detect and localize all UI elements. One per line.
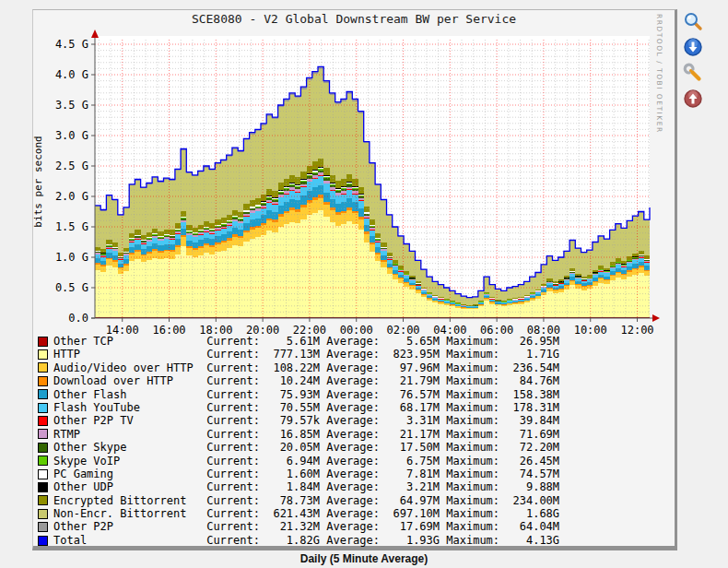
svg-text:10:00: 10:00 [574,324,607,335]
legend-text: PC Gaming Current: 1.60M Average: 7.81M … [53,467,559,480]
legend-row: PC Gaming Current: 1.60M Average: 7.81M … [38,467,559,480]
legend-text: Audio/Video over HTTP Current: 108.22M A… [53,361,559,374]
graph-page: SCE8080 - V2 Global Downstream BW per Se… [0,0,728,568]
svg-text:2.5 G: 2.5 G [55,160,88,172]
legend-swatch [38,376,48,386]
svg-text:22:00: 22:00 [293,324,326,335]
legend-text: Other UDP Current: 1.84M Average: 3.21M … [53,480,559,493]
legend-row: Download over HTTP Current: 10.24M Avera… [38,374,559,387]
svg-text:20:00: 20:00 [246,324,279,335]
svg-text:14:00: 14:00 [106,324,139,335]
legend-row: Non-Encr. Bittorrent Current: 621.43M Av… [38,507,559,520]
legend-text: Non-Encr. Bittorrent Current: 621.43M Av… [53,507,559,520]
svg-text:04:00: 04:00 [433,324,466,335]
svg-text:16:00: 16:00 [152,324,185,335]
legend-row: Other UDP Current: 1.84M Average: 3.21M … [38,480,559,493]
legend-row: Flash YouTube Current: 70.55M Average: 6… [38,401,559,414]
legend-text: Other TCP Current: 5.61M Average: 5.65M … [53,335,559,348]
legend-row: Other P2P Current: 21.32M Average: 17.69… [38,520,559,533]
wrench-icon[interactable] [683,63,703,83]
chart-legend: Other TCP Current: 5.61M Average: 5.65M … [38,335,559,547]
legend-row: RTMP Current: 16.85M Average: 21.17M Max… [38,428,559,441]
legend-row: HTTP Current: 777.13M Average: 823.95M M… [38,348,559,361]
download-icon[interactable] [683,37,703,57]
legend-row: Total Current: 1.82G Average: 1.93G Maxi… [38,534,559,547]
svg-text:4.5 G: 4.5 G [55,38,88,51]
legend-text: Total Current: 1.82G Average: 1.93G Maxi… [53,534,559,547]
legend-swatch [38,509,48,519]
svg-text:06:00: 06:00 [480,324,513,335]
svg-text:0.5 G: 0.5 G [55,281,88,294]
legend-row: Audio/Video over HTTP Current: 108.22M A… [38,361,559,374]
svg-text:bits per second: bits per second [33,136,44,227]
svg-text:1.5 G: 1.5 G [55,220,88,233]
svg-text:3.5 G: 3.5 G [55,99,88,112]
svg-text:12:00: 12:00 [620,324,653,335]
legend-row: Other P2P TV Current: 79.57k Average: 3.… [38,414,559,427]
up-arrow-icon[interactable] [683,89,703,109]
legend-swatch [38,443,48,453]
legend-text: Other Skype Current: 20.05M Average: 17.… [53,441,559,454]
legend-text: HTTP Current: 777.13M Average: 823.95M M… [53,348,559,361]
legend-swatch [38,522,48,532]
legend-text: Skype VoIP Current: 6.94M Average: 6.75M… [53,455,559,467]
svg-text:4.0 G: 4.0 G [55,68,88,81]
legend-swatch [38,469,48,479]
magnifier-icon[interactable] [683,11,703,31]
rrdtool-watermark: RRDTOOL / TOBI OETIKER [651,14,663,143]
legend-swatch [38,349,48,360]
legend-row: Other Skype Current: 20.05M Average: 17.… [38,441,559,454]
rrd-graph-panel: SCE8080 - V2 Global Downstream BW per Se… [32,9,677,550]
legend-row: Other TCP Current: 5.61M Average: 5.65M … [38,335,559,348]
svg-text:0.0: 0.0 [68,312,88,325]
legend-swatch [38,416,48,426]
legend-text: Flash YouTube Current: 70.55M Average: 6… [53,401,559,414]
svg-text:02:00: 02:00 [386,324,419,335]
legend-text: Download over HTTP Current: 10.24M Avera… [53,374,559,387]
legend-swatch [38,389,48,399]
legend-row: Encrypted Bittorrent Current: 78.73M Ave… [38,494,559,507]
legend-text: RTMP Current: 16.85M Average: 21.17M Max… [53,428,559,441]
svg-text:08:00: 08:00 [527,324,560,335]
svg-text:3.0 G: 3.0 G [55,129,88,142]
legend-text: Other P2P Current: 21.32M Average: 17.69… [53,520,559,533]
legend-swatch [38,536,48,546]
legend-swatch [38,337,48,347]
svg-text:1.0 G: 1.0 G [55,251,88,264]
legend-swatch [38,429,48,439]
bandwidth-chart: 0.00.5 G1.0 G1.5 G2.0 G2.5 G3.0 G3.5 G4.… [33,10,675,335]
legend-swatch [38,403,48,413]
legend-text: Other Flash Current: 75.93M Average: 76.… [53,388,559,401]
legend-row: Skype VoIP Current: 6.94M Average: 6.75M… [38,455,559,467]
legend-row: Other Flash Current: 75.93M Average: 76.… [38,388,559,401]
svg-text:18:00: 18:00 [199,324,232,335]
legend-swatch [38,456,48,466]
legend-swatch [38,482,48,492]
legend-text: Other P2P TV Current: 79.57k Average: 3.… [53,414,559,427]
legend-swatch [38,495,48,505]
legend-text: Encrypted Bittorrent Current: 78.73M Ave… [53,494,559,507]
graph-period-caption: Daily (5 Minute Average) [41,552,687,565]
legend-swatch [38,362,48,373]
svg-text:2.0 G: 2.0 G [55,190,88,203]
graph-toolbar [683,11,707,114]
svg-text:00:00: 00:00 [340,324,373,335]
